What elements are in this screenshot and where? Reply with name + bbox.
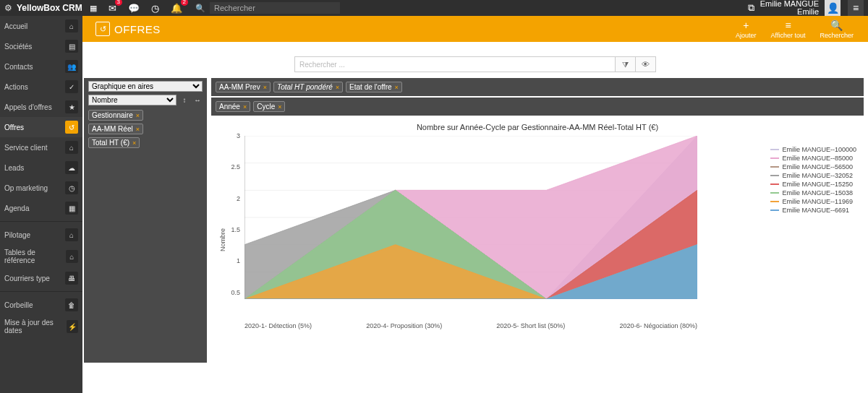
sidebar-item-label: Op marketing [4, 184, 48, 192]
sidebar-item-mise-jour-des-dates[interactable]: Mise à jour des dates⚡ [0, 315, 82, 338]
filter-bar-top[interactable]: AA-MM Prev×Total HT pondéré×Etat de l'of… [211, 78, 864, 96]
tag-remove-icon[interactable]: × [132, 139, 136, 147]
tag-cycle[interactable]: Cycle× [253, 101, 285, 112]
sidebar-item-op-marketing[interactable]: Op marketing◷ [0, 178, 82, 198]
tag-etat-de-l-offre[interactable]: Etat de l'offre× [346, 82, 402, 92]
tag-remove-icon[interactable]: × [136, 126, 140, 133]
sidebar-item-agenda[interactable]: Agenda▦ [0, 198, 82, 218]
value-select[interactable]: Nombre [88, 95, 176, 105]
sidebar-item-contacts[interactable]: Contacts👥 [0, 56, 82, 77]
top-bar: ⚙ YellowBox CRM ▦ ✉3 💬 ◷ 🔔2 🔍 ⧉ Emilie M… [0, 0, 868, 16]
legend-swatch [770, 175, 779, 176]
legend-label: Emilie MANGUE--100000 [782, 146, 856, 153]
chat-icon[interactable]: 💬 [128, 3, 140, 14]
sidebar-item-pilotage[interactable]: Pilotage⌂ [0, 225, 82, 245]
tag-label: Année [219, 103, 240, 111]
offres-icon: ↺ [95, 22, 110, 36]
top-search-input[interactable] [210, 2, 340, 14]
header-action-afficher-tout[interactable]: ≡Afficher tout [771, 20, 806, 39]
action-label: Ajouter [736, 32, 757, 39]
legend-label: Emilie MANGUE--11969 [782, 198, 853, 205]
legend-swatch [770, 149, 779, 150]
legend-label: Emilie MANGUE--85000 [782, 155, 853, 162]
sidebar-item-courriers-type[interactable]: Courriers type🖶 [0, 268, 82, 288]
tag-remove-icon[interactable]: × [395, 84, 399, 91]
sidebar-item-icon: ⌂ [65, 228, 78, 241]
content: ↺ OFFRES +Ajouter≡Afficher tout🔍Recherch… [82, 16, 868, 393]
page-search-input[interactable] [295, 61, 615, 69]
tag-aa-mm-r-el[interactable]: AA-MM Réel× [88, 124, 143, 134]
tag-label: Cycle [257, 103, 275, 111]
mail-icon[interactable]: ✉3 [109, 3, 116, 14]
header-action-rechercher[interactable]: 🔍Rechercher [820, 20, 854, 39]
legend-label: Emilie MANGUE--56500 [782, 163, 853, 170]
tag-remove-icon[interactable]: × [263, 84, 267, 91]
sidebar-item-leads[interactable]: Leads☁ [0, 157, 82, 178]
sidebar-item-tables-de-r-f-rence[interactable]: Tables de référence⌂ [0, 245, 82, 268]
tag-total-ht-pond-r-[interactable]: Total HT pondéré× [273, 82, 343, 92]
tag-remove-icon[interactable]: × [243, 103, 247, 111]
action-label: Afficher tout [771, 32, 806, 39]
user-name: Emilie MANGUE Emilie [760, 0, 819, 16]
xtick: 2020-4- Proposition (30%) [366, 322, 442, 331]
brand-wrap: ⚙ YellowBox CRM [4, 3, 87, 13]
eye-button[interactable]: 👁 [635, 57, 655, 72]
chart-title: Nombre sur Année-Cycle par Gestionnaire-… [211, 117, 864, 136]
filter-bar-bottom[interactable]: Année×Cycle× [211, 98, 864, 116]
sidebar-item-icon: 🗑 [65, 298, 78, 311]
tag-remove-icon[interactable]: × [278, 103, 281, 111]
swap-button[interactable]: ↔ [192, 95, 203, 105]
header-action-ajouter[interactable]: +Ajouter [736, 20, 757, 39]
tag-remove-icon[interactable]: × [136, 112, 140, 119]
legend-label: Emilie MANGUE--6691 [782, 207, 849, 214]
tag-total-ht-[interactable]: Total HT (€)× [88, 137, 140, 148]
sidebar-item-icon: ◷ [65, 181, 78, 194]
clock-icon[interactable]: ◷ [151, 3, 159, 14]
sidebar-item-icon: ⚡ [67, 320, 78, 333]
filter-area: Graphique en aires Nombre ↕ ↔ Gestionnai… [82, 78, 868, 363]
legend-item: Emilie MANGUE--11969 [770, 198, 856, 205]
tag-gestionnaire[interactable]: Gestionnaire× [88, 110, 143, 121]
sidebar-item-appels-d-offres[interactable]: Appels d'offres★ [0, 97, 82, 117]
sidebar-item-service-client[interactable]: Service client⌂ [0, 137, 82, 157]
tag-remove-icon[interactable]: × [336, 84, 339, 91]
xtick: 2020-6- Négociation (80%) [619, 322, 697, 331]
chart-type-select[interactable]: Graphique en aires [88, 81, 203, 92]
sidebar-item-soci-t-s[interactable]: Sociétés▤ [0, 36, 82, 56]
filter-button[interactable]: ⧩ [615, 57, 635, 72]
chart-body: 0.511.522.53 [244, 136, 697, 324]
ytick: 2 [237, 195, 240, 202]
sidebar-item-icon: ☁ [65, 161, 78, 174]
sidebar-item-corbeille[interactable]: Corbeille🗑 [0, 295, 82, 315]
sidebar-item-icon: ↺ [65, 121, 78, 134]
sidebar-item-icon: 🖶 [65, 272, 78, 285]
legend-item: Emilie MANGUE--100000 [770, 146, 856, 153]
bell-icon[interactable]: 🔔2 [171, 3, 182, 14]
legend-swatch [770, 192, 779, 194]
ytick: 1 [237, 257, 240, 264]
sidebar-item-offres[interactable]: Offres↺ [0, 117, 82, 137]
apps-grid-icon[interactable]: ▦ [90, 4, 97, 13]
sidebar-item-actions[interactable]: Actions✓ [0, 77, 82, 97]
sidebar-item-accueil[interactable]: Accueil⌂ [0, 16, 82, 36]
sort-button[interactable]: ↕ [179, 95, 190, 105]
legend-swatch [770, 210, 779, 211]
tag-label: Total HT pondéré [277, 83, 333, 91]
copy-icon[interactable]: ⧉ [748, 2, 754, 14]
user-area[interactable]: ⧉ Emilie MANGUE Emilie 👤 ≡ [748, 0, 864, 16]
hamburger-menu[interactable]: ≡ [848, 0, 864, 16]
avatar[interactable]: 👤 [825, 0, 841, 16]
tag-label: Gestionnaire [92, 111, 133, 119]
sidebar-item-label: Accueil [4, 22, 27, 30]
tag-aa-mm-prev[interactable]: AA-MM Prev× [216, 82, 271, 92]
action-icon: + [743, 20, 749, 31]
tag-ann-e[interactable]: Année× [216, 101, 250, 112]
gear-icon[interactable]: ⚙ [4, 3, 12, 13]
legend-item: Emilie MANGUE--85000 [770, 155, 856, 162]
action-icon: ≡ [785, 20, 791, 31]
page-title: OFFRES [114, 23, 161, 35]
app-brand: YellowBox CRM [17, 3, 82, 13]
search-icon: 🔍 [195, 4, 205, 13]
chart-ylabel: Nombre [219, 228, 226, 251]
legend-item: Emilie MANGUE--32052 [770, 172, 856, 179]
